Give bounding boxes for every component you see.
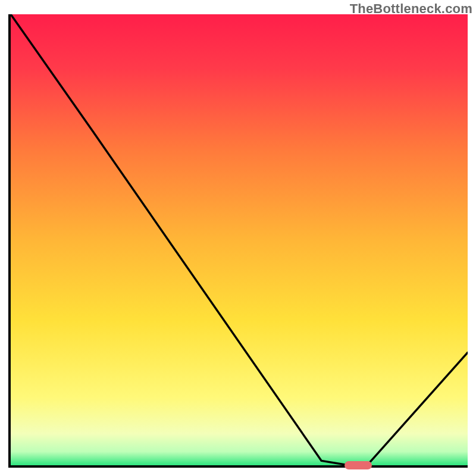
axes-frame <box>8 14 468 468</box>
chart-stage: TheBottleneck.com <box>0 0 476 476</box>
optimum-marker <box>345 461 372 469</box>
